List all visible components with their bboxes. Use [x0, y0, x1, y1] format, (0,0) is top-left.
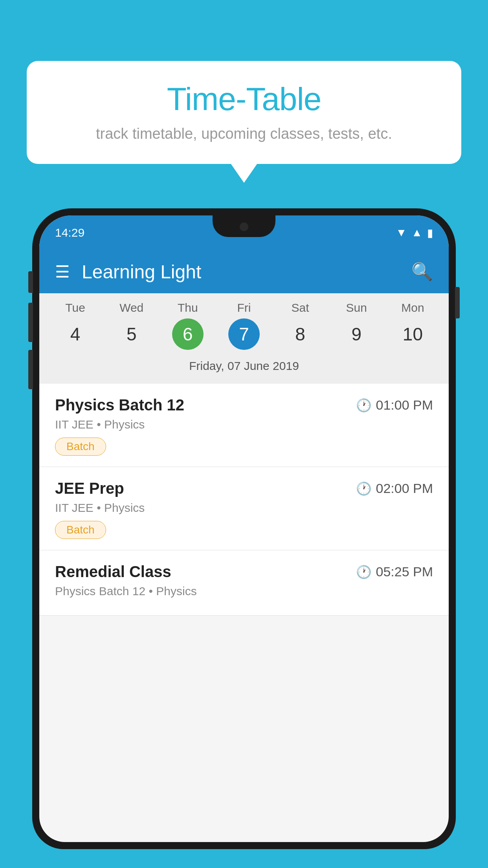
day-col-10[interactable]: Mon10 — [387, 301, 438, 350]
clock-icon: 🕐 — [356, 565, 372, 579]
power-button — [455, 287, 460, 318]
class-time: 🕐 05:25 PM — [356, 564, 433, 579]
notch — [213, 215, 275, 237]
day-col-4[interactable]: Tue4 — [50, 301, 101, 350]
search-icon[interactable]: 🔍 — [411, 261, 433, 282]
day-number[interactable]: 6 — [172, 318, 204, 350]
battery-icon: ▮ — [427, 226, 433, 239]
class-name: JEE Prep — [55, 480, 124, 497]
day-name: Fri — [237, 301, 251, 314]
day-name: Wed — [119, 301, 143, 314]
class-time: 🕐 01:00 PM — [356, 397, 433, 413]
day-name: Tue — [65, 301, 85, 314]
wifi-icon: ▼ — [396, 226, 407, 239]
classes-list: Physics Batch 12🕐 01:00 PMIIT JEE • Phys… — [39, 384, 449, 616]
day-col-6[interactable]: Thu6 — [162, 301, 213, 350]
bubble-subtitle: track timetable, upcoming classes, tests… — [50, 125, 438, 142]
class-meta: IIT JEE • Physics — [55, 501, 433, 515]
day-number[interactable]: 5 — [116, 318, 147, 350]
day-number[interactable]: 9 — [341, 318, 372, 350]
batch-badge: Batch — [55, 521, 106, 539]
selected-date-label: Friday, 07 June 2019 — [39, 355, 449, 380]
day-name: Sat — [292, 301, 309, 314]
phone-screen: 14:29 ▼ ▲ ▮ ☰ Learning Light 🔍 — [39, 215, 449, 842]
class-meta: IIT JEE • Physics — [55, 418, 433, 431]
day-name: Mon — [401, 301, 424, 314]
day-number[interactable]: 7 — [228, 318, 260, 350]
day-col-7[interactable]: Fri7 — [218, 301, 270, 350]
signal-icon: ▲ — [411, 226, 422, 239]
day-number[interactable]: 8 — [284, 318, 316, 350]
day-number[interactable]: 4 — [60, 318, 91, 350]
class-item-2[interactable]: Remedial Class🕐 05:25 PMPhysics Batch 12… — [39, 550, 449, 616]
days-row: Tue4Wed5Thu6Fri7Sat8Sun9Mon10 — [39, 301, 449, 350]
phone-frame: 14:29 ▼ ▲ ▮ ☰ Learning Light 🔍 — [32, 208, 456, 868]
class-item-1[interactable]: JEE Prep🕐 02:00 PMIIT JEE • PhysicsBatch — [39, 467, 449, 550]
class-name: Remedial Class — [55, 563, 171, 581]
day-name: Thu — [178, 301, 198, 314]
class-header: Physics Batch 12🕐 01:00 PM — [55, 396, 433, 414]
clock-icon: 🕐 — [356, 481, 372, 496]
class-header: JEE Prep🕐 02:00 PM — [55, 480, 433, 497]
day-number[interactable]: 10 — [397, 318, 428, 350]
bubble-title: Time-Table — [50, 81, 438, 118]
calendar-section: Tue4Wed5Thu6Fri7Sat8Sun9Mon10 Friday, 07… — [39, 293, 449, 384]
hamburger-icon[interactable]: ☰ — [55, 262, 70, 281]
class-header: Remedial Class🕐 05:25 PM — [55, 563, 433, 581]
volume-silent-button — [28, 271, 33, 293]
volume-up-button — [28, 303, 33, 342]
status-time: 14:29 — [55, 226, 84, 239]
volume-down-button — [28, 350, 33, 389]
app-title: Learning Light — [82, 261, 411, 283]
app-header: ☰ Learning Light 🔍 — [39, 250, 449, 293]
status-icons: ▼ ▲ ▮ — [396, 226, 433, 239]
class-name: Physics Batch 12 — [55, 396, 184, 414]
speech-bubble-container: Time-Table track timetable, upcoming cla… — [27, 61, 461, 164]
camera — [240, 223, 248, 231]
clock-icon: 🕐 — [356, 398, 372, 413]
class-time: 🕐 02:00 PM — [356, 481, 433, 496]
day-col-9[interactable]: Sun9 — [331, 301, 382, 350]
batch-badge: Batch — [55, 438, 106, 456]
day-col-5[interactable]: Wed5 — [106, 301, 157, 350]
class-item-0[interactable]: Physics Batch 12🕐 01:00 PMIIT JEE • Phys… — [39, 384, 449, 467]
day-col-8[interactable]: Sat8 — [275, 301, 326, 350]
class-meta: Physics Batch 12 • Physics — [55, 585, 433, 598]
day-name: Sun — [346, 301, 367, 314]
status-bar: 14:29 ▼ ▲ ▮ — [39, 215, 449, 250]
speech-bubble: Time-Table track timetable, upcoming cla… — [27, 61, 461, 164]
phone-outer: 14:29 ▼ ▲ ▮ ☰ Learning Light 🔍 — [32, 208, 456, 849]
